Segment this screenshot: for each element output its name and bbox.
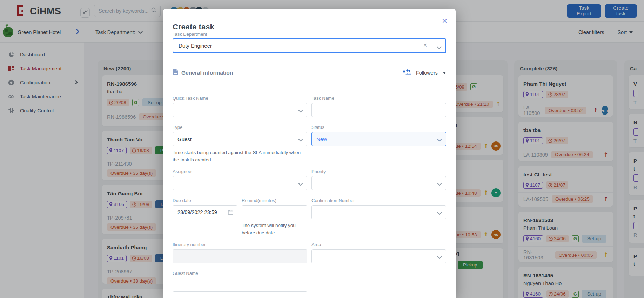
type-label: Type: [173, 125, 182, 130]
section-title: General information: [181, 70, 233, 76]
clear-selection-icon[interactable]: ✕: [423, 42, 427, 48]
caret-down-icon: [443, 72, 446, 74]
confirmation-number-label: Confirmation Number: [311, 198, 355, 203]
type-value: Guest: [177, 136, 192, 142]
add-person-icon[interactable]: [403, 69, 411, 77]
task-department-select[interactable]: Duty Engineer ✕: [173, 38, 446, 53]
itinerary-number-label: Itinerary number: [173, 242, 206, 247]
status-select[interactable]: New: [311, 132, 446, 146]
chevron-down-icon: [437, 181, 442, 187]
chevron-down-icon: [437, 210, 442, 216]
text-cursor: [178, 42, 178, 49]
app-root: CiHMS Search by keywords... Task Export …: [0, 0, 644, 298]
itinerary-number-input: [173, 249, 307, 263]
confirmation-number-select[interactable]: [311, 205, 446, 219]
chevron-down-icon: [298, 108, 303, 114]
task-department-value: Duty Engineer: [179, 43, 212, 49]
chevron-down-icon: [437, 137, 442, 143]
guest-name-input[interactable]: [173, 278, 307, 292]
task-name-label: Task Name: [311, 96, 334, 101]
modal-title: Create task: [173, 22, 214, 32]
remind-minutes-input[interactable]: [242, 205, 307, 219]
due-date-input[interactable]: 23/09/2022 23:59: [173, 205, 237, 219]
section-divider: [177, 93, 442, 93]
document-icon: [173, 69, 178, 77]
assignee-select[interactable]: [173, 176, 307, 190]
priority-select[interactable]: [311, 176, 446, 190]
priority-label: Priority: [311, 169, 326, 174]
chevron-down-icon: [437, 254, 442, 260]
due-date-label: Due date: [173, 198, 191, 203]
remind-minutes-label: Remind(minutes): [242, 198, 276, 203]
chevron-down-icon[interactable]: [437, 44, 442, 50]
task-name-input[interactable]: [311, 103, 446, 117]
followers-dropdown[interactable]: Followers: [403, 69, 446, 77]
remind-helper-text: The system will notify you before due da…: [242, 222, 306, 236]
create-task-modal: Create task ✕ Task Department Duty Engin…: [163, 9, 456, 298]
status-label: Status: [311, 125, 324, 130]
general-information-section: General information Followers: [173, 67, 446, 79]
area-select[interactable]: [311, 249, 446, 263]
close-icon[interactable]: ✕: [442, 17, 448, 25]
quick-task-name-label: Quick Task Name: [173, 96, 208, 101]
chevron-down-icon: [298, 181, 303, 187]
assignee-label: Assignee: [173, 169, 191, 174]
chevron-down-icon: [298, 137, 303, 143]
area-label: Area: [311, 242, 321, 247]
calendar-icon[interactable]: [228, 209, 233, 216]
type-helper-text: Time starts being counted against the SL…: [173, 149, 304, 164]
due-date-value: 23/09/2022 23:59: [177, 209, 217, 215]
followers-label: Followers: [416, 70, 438, 76]
status-value: New: [316, 136, 327, 142]
type-select[interactable]: Guest: [173, 132, 307, 146]
quick-task-name-select[interactable]: [173, 103, 307, 117]
guest-name-label: Guest Name: [173, 271, 198, 276]
task-department-label: Task Department: [173, 32, 207, 37]
